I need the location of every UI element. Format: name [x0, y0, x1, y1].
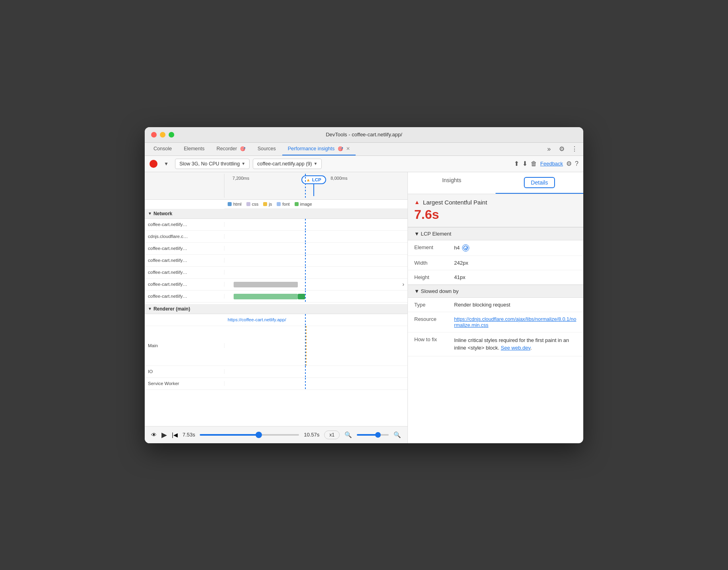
tab-details[interactable]: Details — [496, 172, 583, 194]
height-row: Height 41px — [408, 270, 583, 285]
renderer-url-link[interactable]: https://coffee-cart.netlify.app/ — [224, 317, 286, 322]
maximize-button[interactable] — [169, 132, 174, 138]
network-throttle-dropdown[interactable]: Slow 3G, No CPU throttling ▼ — [175, 159, 250, 169]
settings-button[interactable]: ⚙ — [556, 143, 567, 155]
devtools-inspect-icon[interactable] — [462, 244, 469, 252]
network-bar-area-4 — [224, 267, 407, 278]
network-row-label-1: cdnjs.cloudflare.c… — [145, 234, 224, 239]
image-dot — [295, 202, 299, 206]
renderer-row-link: https://coffee-cart.netlify.app/ — [145, 314, 407, 326]
table-row: coffee-cart.netlify… — [145, 243, 407, 255]
delete-button[interactable]: 🗑 — [531, 160, 537, 167]
chevron-down-icon-2: ▼ — [313, 161, 317, 166]
see-link[interactable]: See web.dev — [501, 345, 530, 351]
dashed-line-renderer — [305, 314, 306, 326]
type-label: Type — [414, 302, 454, 308]
instance-dropdown[interactable]: coffee-cart.netlify.app (9) ▼ — [253, 159, 322, 169]
tabs-bar: Console Elements Recorder 🎯 Sources Perf… — [145, 143, 583, 156]
collapse-renderer-icon[interactable]: ▼ — [148, 307, 152, 311]
toolbar-actions: ⬆ ⬇ 🗑 Feedback ⚙ ? — [514, 160, 578, 167]
time-marker-8000: 8,000ms — [331, 176, 347, 181]
network-row-label-4: coffee-cart.netlify… — [145, 270, 224, 275]
minimize-button[interactable] — [160, 132, 165, 138]
collapse-network-icon[interactable]: ▼ — [148, 211, 152, 216]
network-bar-area-5: › — [224, 279, 407, 290]
resource-label: Resource — [414, 316, 454, 328]
feedback-link[interactable]: Feedback — [540, 161, 563, 167]
gear-icon[interactable]: ⚙ — [566, 160, 572, 167]
help-icon[interactable]: ? — [575, 160, 578, 167]
resource-link[interactable]: https://cdnjs.cloudflare.com/ajax/libs/n… — [454, 316, 576, 328]
tab-performance[interactable]: Performance insights 🎯 ✕ — [282, 143, 356, 155]
record-dropdown-button[interactable]: ▼ — [161, 158, 172, 169]
slowed-by-title: ▼ Slowed down by — [414, 288, 458, 294]
tab-sources[interactable]: Sources — [252, 143, 281, 155]
js-dot — [263, 202, 267, 206]
image-label: image — [300, 202, 312, 206]
right-content: ▲ Largest Contentful Paint 7.6s ▼ LCP El… — [408, 194, 583, 443]
tab-insights[interactable]: Insights — [408, 172, 496, 194]
network-row-label-6: coffee-cart.netlify… — [145, 294, 224, 299]
element-label: Element — [414, 244, 454, 252]
font-dot — [277, 202, 281, 206]
type-row: Type Render blocking request — [408, 298, 583, 312]
network-section-label: Network — [153, 211, 172, 216]
performance-icon: 🎯 — [338, 146, 343, 151]
chevron-down-icon: ▼ — [241, 161, 245, 166]
renderer-section-header: ▼ Renderer (main) — [145, 304, 407, 314]
play-button[interactable]: ▶ — [161, 430, 167, 439]
js-label: js — [269, 202, 272, 206]
zoom-slider[interactable] — [357, 434, 389, 436]
table-row: coffee-cart.netlify… — [145, 219, 407, 231]
close-button[interactable] — [151, 132, 157, 138]
details-label: Details — [524, 177, 555, 188]
tabs-actions: » ⚙ ⋮ — [543, 143, 580, 155]
dashed-line-row — [305, 243, 306, 254]
export-button[interactable]: ⬆ — [514, 160, 519, 167]
record-button[interactable] — [150, 160, 157, 168]
dashed-line-row — [305, 267, 306, 278]
time-end: 10.57s — [304, 432, 319, 438]
zoom-in-icon[interactable]: 🔍 — [394, 431, 401, 438]
toolbar: ▼ Slow 3G, No CPU throttling ▼ coffee-ca… — [145, 156, 583, 172]
tab-console[interactable]: Console — [148, 143, 177, 155]
time-start: 7.53s — [183, 432, 195, 438]
css-label: css — [252, 202, 259, 206]
performance-close-icon[interactable]: ✕ — [346, 146, 350, 151]
recorder-icon: 🎯 — [240, 146, 246, 151]
gray-bar — [234, 282, 298, 287]
legend-image: image — [295, 202, 312, 206]
more-menu-button[interactable]: ⋮ — [569, 143, 580, 155]
table-row: coffee-cart.netlify… › — [145, 279, 407, 291]
renderer-main-bar — [224, 326, 407, 366]
dashed-line-sw — [305, 378, 306, 389]
renderer-bar-area-link: https://coffee-cart.netlify.app/ — [224, 314, 407, 326]
type-value: Render blocking request — [454, 302, 577, 308]
timeline-labels-header — [145, 174, 224, 198]
import-button[interactable]: ⬇ — [522, 160, 527, 167]
expand-row-icon[interactable]: › — [402, 281, 404, 287]
network-bar-area-0 — [224, 219, 407, 230]
timeline-scale: 7,200ms 8,000ms ▲ LCP — [224, 174, 407, 198]
dashed-line-blue — [305, 174, 306, 198]
zoom-out-icon[interactable]: 🔍 — [344, 431, 352, 438]
svg-point-0 — [464, 246, 468, 250]
renderer-io-row: IO — [145, 366, 407, 378]
network-bar-area-3 — [224, 255, 407, 266]
dashed-line-row — [305, 231, 306, 242]
width-row: Width 242px — [408, 256, 583, 270]
speed-badge[interactable]: x1 — [324, 430, 340, 439]
tab-elements[interactable]: Elements — [178, 143, 210, 155]
playback-slider[interactable] — [200, 434, 299, 436]
more-tabs-button[interactable]: » — [543, 143, 555, 155]
renderer-section-label: Renderer (main) — [153, 306, 190, 312]
network-row-label-5: coffee-cart.netlify… — [145, 282, 224, 287]
tab-recorder[interactable]: Recorder 🎯 — [211, 143, 251, 155]
height-value: 41px — [454, 274, 465, 280]
renderer-io-label: IO — [145, 369, 224, 374]
skip-start-icon[interactable]: |◀ — [172, 432, 178, 438]
how-label: How to fix — [414, 336, 454, 352]
how-value: Inline critical styles required for the … — [454, 336, 577, 352]
eye-icon[interactable]: 👁 — [151, 432, 157, 438]
font-label: font — [282, 202, 289, 206]
